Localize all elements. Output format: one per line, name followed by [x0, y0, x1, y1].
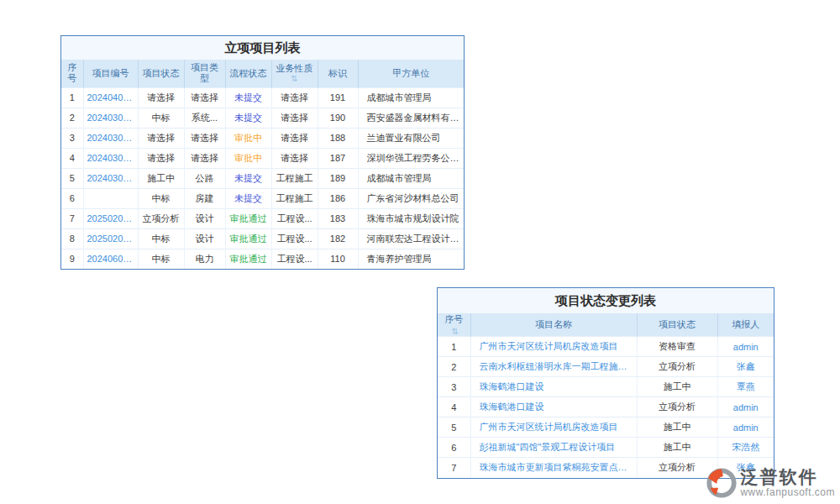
project-code-link[interactable]: 2024030011 — [83, 108, 138, 128]
table-row: 4珠海鹤港口建设立项分析admin — [438, 397, 774, 417]
column-header: 项目名称 — [470, 313, 637, 337]
project-name-link[interactable]: 珠海市城市更新项目紫桐苑安置点设计项目 — [470, 458, 637, 478]
project-status-cell: 施工中 — [138, 168, 184, 188]
project-code-link[interactable]: 2024030009 — [83, 128, 138, 148]
column-header-label: 甲方单位 — [392, 68, 429, 78]
tag-cell: 186 — [318, 188, 358, 208]
column-header: 填报人 — [717, 313, 774, 337]
reporter-link[interactable]: 覃燕 — [717, 377, 774, 397]
column-header-label: 流程状态 — [230, 68, 267, 78]
tag-cell: 188 — [318, 128, 358, 148]
column-header-label: 项目编号 — [92, 68, 129, 78]
table-row: 52024030010施工中公路未提交工程施工189成都城市管理局 — [61, 168, 464, 188]
table-row: 92024060001中标电力审批通过工程设...110青海养护管理局 — [61, 249, 464, 269]
row-index-cell: 6 — [61, 188, 83, 208]
project-name-link[interactable]: 广州市天河区统计局机房改造项目 — [470, 417, 637, 438]
party-unit-cell: 广东省河沙材料总公司 — [358, 188, 464, 208]
project-name-link[interactable]: 珠海鹤港口建设 — [470, 397, 637, 417]
reporter-link[interactable]: admin — [717, 337, 774, 357]
column-header[interactable]: 业务性质⇅ — [271, 60, 318, 87]
project-status-cell: 中标 — [138, 108, 184, 128]
status-change-title: 项目状态变更列表 — [438, 288, 774, 313]
project-code-link[interactable]: 2024040005 — [83, 87, 138, 108]
row-index-cell: 3 — [438, 377, 470, 397]
project-name-link[interactable]: 珠海鹤港口建设 — [470, 377, 637, 397]
approval-list-panel: 立项项目列表 序号项目编号项目状态项目类型流程状态业务性质⇅标识甲方单位 120… — [60, 35, 465, 270]
project-status-cell: 中标 — [138, 249, 184, 269]
table-row: 42024030008请选择请选择审批中请选择187深圳华强工程劳务公司班组 — [61, 148, 464, 168]
approval-table: 序号项目编号项目状态项目类型流程状态业务性质⇅标识甲方单位 1202404000… — [61, 60, 464, 269]
business-nature-cell: 工程设... — [271, 228, 318, 249]
reporter-link[interactable]: admin — [717, 417, 774, 438]
business-nature-cell: 请选择 — [271, 108, 318, 128]
tag-cell: 191 — [318, 87, 358, 108]
flow-status-cell: 未提交 — [225, 87, 271, 108]
project-type-cell: 系统... — [184, 108, 225, 128]
approval-list-title: 立项项目列表 — [61, 36, 464, 60]
tag-cell: 189 — [318, 168, 358, 188]
project-code-link[interactable]: 2024030010 — [83, 168, 138, 188]
project-code-link[interactable]: 2024060001 — [83, 249, 138, 269]
project-type-cell: 房建 — [184, 188, 225, 208]
row-index-cell: 2 — [438, 357, 470, 377]
column-header-label: 序号 — [444, 314, 463, 324]
project-code-link[interactable]: 2025020004 — [83, 208, 138, 228]
project-type-cell: 电力 — [184, 249, 225, 269]
reporter-link[interactable]: 宋浩然 — [717, 438, 774, 458]
project-name-link[interactable]: 广州市天河区统计局机房改造项目 — [470, 337, 637, 357]
table-row: 32024030009请选择请选择审批中请选择188兰迪置业有限公司 — [61, 128, 464, 148]
row-index-cell: 5 — [438, 417, 470, 438]
reporter-link[interactable]: 张鑫 — [717, 357, 774, 377]
table-row: 82025020003中标设计审批通过工程设...182河南联宏达工程设计有限公… — [61, 228, 464, 249]
sort-icon[interactable]: ⇅ — [276, 75, 314, 83]
project-type-cell: 设计 — [184, 208, 225, 228]
column-header-label: 项目状态 — [143, 68, 180, 78]
project-name-link[interactable]: 云南水利枢纽潜明水库一期工程施工I标 — [470, 357, 637, 377]
approval-table-header: 序号项目编号项目状态项目类型流程状态业务性质⇅标识甲方单位 — [61, 60, 464, 87]
business-nature-cell: 请选择 — [271, 148, 318, 168]
reporter-link[interactable]: admin — [717, 397, 774, 417]
tag-cell: 182 — [318, 228, 358, 249]
row-index-cell: 6 — [438, 438, 470, 458]
table-row: 72025020004立项分析设计审批通过工程设...183珠海市城市规划设计院 — [61, 208, 464, 228]
project-status-cell: 施工中 — [637, 417, 717, 438]
watermark-brand: 泛普软件 — [740, 468, 817, 486]
column-header-label: 序号 — [67, 62, 76, 83]
column-header: 序号 — [61, 60, 83, 87]
sort-icon[interactable]: ⇅ — [452, 327, 459, 336]
table-row: 3珠海鹤港口建设施工中覃燕 — [438, 377, 774, 397]
project-type-cell: 请选择 — [184, 148, 225, 168]
project-code-link — [83, 188, 138, 208]
flow-status-cell: 审批通过 — [225, 208, 271, 228]
table-row: 6彭祖新城"四馆"景观工程设计项目施工中宋浩然 — [438, 438, 774, 458]
party-unit-cell: 西安盛器金属材料有限公司 — [358, 108, 464, 128]
project-status-cell: 资格审查 — [637, 337, 717, 357]
column-header: 甲方单位 — [358, 60, 464, 87]
business-nature-cell: 工程施工 — [271, 188, 318, 208]
column-header[interactable]: 序号⇅ — [438, 313, 470, 337]
project-type-cell: 请选择 — [184, 87, 225, 108]
column-header-label: 填报人 — [732, 319, 759, 329]
column-header-label: 项目状态 — [659, 319, 696, 329]
project-status-cell: 请选择 — [138, 148, 184, 168]
project-code-link[interactable]: 2024030008 — [83, 148, 138, 168]
project-code-link[interactable]: 2025020003 — [83, 228, 138, 249]
tag-cell: 190 — [318, 108, 358, 128]
row-index-cell: 9 — [61, 249, 83, 269]
table-row: 6中标房建未提交工程施工186广东省河沙材料总公司 — [61, 188, 464, 208]
party-unit-cell: 河南联宏达工程设计有限公司 — [358, 228, 464, 249]
tag-cell: 110 — [318, 249, 358, 269]
column-header-label: 业务性质 — [276, 63, 313, 73]
row-index-cell: 1 — [61, 87, 83, 108]
project-type-cell: 设计 — [184, 228, 225, 249]
tag-cell: 187 — [318, 148, 358, 168]
table-row: 5广州市天河区统计局机房改造项目施工中admin — [438, 417, 774, 438]
project-name-link[interactable]: 彭祖新城"四馆"景观工程设计项目 — [470, 438, 637, 458]
row-index-cell: 4 — [438, 397, 470, 417]
project-status-cell: 中标 — [138, 228, 184, 249]
party-unit-cell: 兰迪置业有限公司 — [358, 128, 464, 148]
table-row: 22024030011中标系统...未提交请选择190西安盛器金属材料有限公司 — [61, 108, 464, 128]
party-unit-cell: 青海养护管理局 — [358, 249, 464, 269]
business-nature-cell: 工程设... — [271, 249, 318, 269]
row-index-cell: 1 — [438, 337, 470, 357]
